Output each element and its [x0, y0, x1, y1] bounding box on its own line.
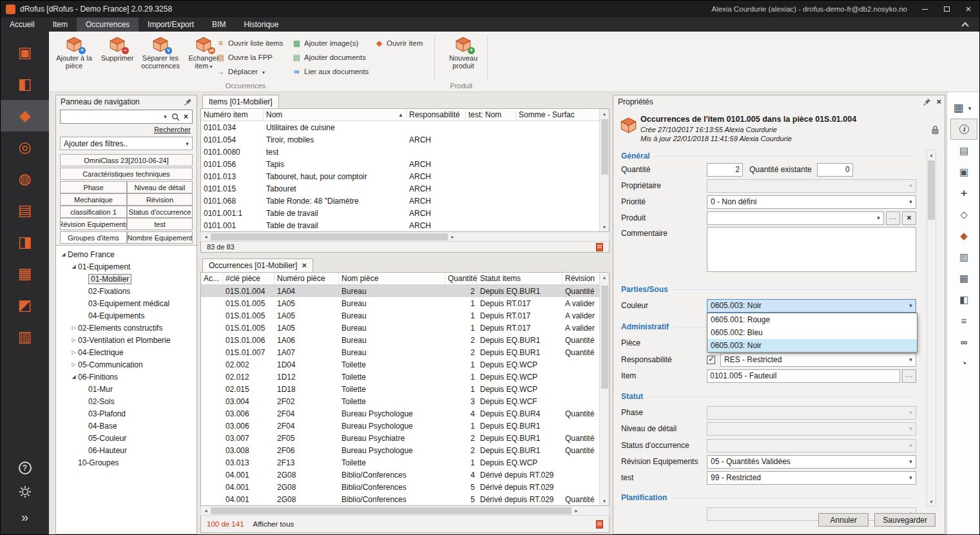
module-button[interactable]	[1, 131, 49, 163]
scroll-down-icon[interactable]	[600, 496, 609, 505]
column-header[interactable]: Quantité	[445, 273, 477, 284]
ribbon-small-button[interactable]: Ajouter documents	[293, 52, 369, 63]
filter-button[interactable]: Niveau de détail	[127, 181, 193, 193]
filter-button[interactable]: OmniClass 23[2010-06-24]	[60, 154, 193, 166]
couleur-combo[interactable]: 0605.003: Noir	[707, 299, 916, 313]
table-row[interactable]: 01S.01.005 1A05 Bureau 1 Depuis RT.017 A…	[201, 297, 609, 309]
filter-button[interactable]: classification 1	[60, 206, 127, 218]
search-options-caret-icon[interactable]	[160, 113, 170, 120]
ribbon-small-button[interactable]: Ouvre la FPP	[216, 52, 283, 63]
tree-item[interactable]: 04-Base	[56, 420, 197, 432]
responsabilite-combo[interactable]: RES - Restricted	[720, 353, 916, 367]
table-row[interactable]: 01S.01.006 1A06 Bureau 2 Depuis EQ.BUR1 …	[201, 334, 609, 346]
filter-button[interactable]: Révision	[127, 193, 193, 206]
scroll-down-icon[interactable]	[927, 497, 936, 506]
phase-combo[interactable]	[707, 406, 916, 420]
column-header[interactable]: Nom pièce	[339, 273, 445, 284]
column-header[interactable]: Responsabilité	[407, 109, 466, 121]
table-row[interactable]: 02.012 1D12 Toilette 1 Depuis EQ.WCP	[201, 371, 609, 383]
scrollbar-thumb[interactable]	[211, 507, 572, 514]
vertical-scrollbar[interactable]	[927, 150, 936, 507]
ribbon-large-button[interactable]: Séparer les occurrences	[140, 34, 180, 71]
horizontal-scrollbar[interactable]	[200, 232, 610, 242]
owner-combo[interactable]	[707, 179, 916, 193]
table-row[interactable]: 0101.001 Table de travail ARCH	[201, 219, 609, 231]
module-button[interactable]	[1, 37, 49, 68]
filter-button[interactable]: Révision Equipements	[60, 218, 127, 230]
column-header[interactable]: Numéro item	[201, 109, 264, 121]
rechercher-link[interactable]: Rechercher	[154, 126, 191, 133]
help-button[interactable]	[1, 456, 49, 480]
tool-button[interactable]	[950, 268, 977, 289]
tree-expander-icon[interactable]	[70, 350, 78, 355]
close-tab-icon[interactable]	[302, 261, 307, 270]
tool-button[interactable]	[950, 246, 977, 268]
tool-button[interactable]	[950, 140, 977, 161]
menu-tab[interactable]: Occurrences	[77, 17, 139, 32]
table-row[interactable]: 01S.01.005 1A05 Bureau 1 Depuis RT.017 A…	[201, 309, 609, 322]
tree-item[interactable]: 03-Ventilation et Plomberie	[56, 334, 197, 346]
table-row[interactable]: 03.006 2F04 Bureau Psychologue 1 Depuis …	[201, 420, 609, 432]
tree-item[interactable]: 02-Fixations	[56, 285, 197, 297]
scrollbar-thumb[interactable]	[928, 160, 935, 220]
ribbon-small-button[interactable]: Ajouter image(s)	[293, 37, 369, 48]
tree-expander-icon[interactable]	[70, 326, 78, 331]
table-row[interactable]: 02.002 1D04 Toilette 1 Depuis EQ.WCP	[201, 358, 609, 371]
product-clear-button[interactable]	[902, 211, 916, 225]
table-row[interactable]: 04.001 2G08 Biblio/Conferences 4 Dérivé …	[201, 469, 609, 481]
ribbon-small-button[interactable]: Ouvrir liste items	[216, 37, 283, 48]
cancel-button[interactable]: Annuler	[818, 513, 869, 527]
table-row[interactable]: 0101.068 Table Ronde: 48 "Diamètre ARCH	[201, 195, 609, 207]
tree-expander-icon[interactable]	[59, 252, 68, 257]
scroll-right-icon[interactable]	[448, 232, 457, 241]
ribbon-small-button[interactable]: Déplacer	[216, 66, 283, 77]
tool-button[interactable]	[950, 204, 977, 225]
item-field[interactable]: 0101.005 - Fauteuil	[707, 369, 900, 383]
scroll-up-icon[interactable]	[600, 109, 609, 118]
close-button[interactable]	[957, 1, 979, 17]
revision-combo[interactable]: 05 - Quantités Validées	[707, 455, 916, 469]
priority-combo[interactable]: 0 - Non défini	[707, 195, 916, 209]
menu-tab[interactable]: Item	[44, 17, 77, 32]
table-row[interactable]: 01S.01.005 1A05 Bureau 1 Depuis RT.017 A…	[201, 322, 609, 334]
module-button[interactable]	[1, 258, 49, 289]
filter-button[interactable]: Status d'occurrence	[127, 206, 193, 218]
dropdown-option[interactable]: 0605.003: Noir	[707, 339, 917, 352]
layout-tool-button[interactable]	[950, 97, 977, 119]
dropdown-option[interactable]: 0605.001: Rouge	[707, 313, 917, 326]
tree-item[interactable]: 05-Couleur	[56, 432, 197, 444]
table-row[interactable]: 02.015 1D18 Toilette 1 Depuis EQ.WCP	[201, 383, 609, 395]
ribbon-large-button[interactable]: Ajouter à la pièce	[54, 34, 94, 71]
tree-item[interactable]: 04-Electrique	[56, 346, 197, 358]
filter-button[interactable]: Phase	[60, 181, 127, 193]
product-browse-button[interactable]	[886, 211, 900, 225]
minimize-button[interactable]	[914, 1, 936, 17]
scrollbar-thumb[interactable]	[601, 119, 608, 175]
tree-item[interactable]: 01-Mur	[56, 383, 197, 395]
tree-item[interactable]: 05-Communication	[56, 358, 197, 371]
tool-button[interactable]	[950, 182, 977, 204]
collapse-ribbon-button[interactable]	[951, 17, 979, 32]
show-all-link[interactable]: Afficher tous	[253, 520, 294, 528]
expand-sidebar-button[interactable]	[1, 505, 49, 529]
tree-item[interactable]: 06-Hauteur	[56, 444, 197, 456]
menu-tab[interactable]: Import/Export	[139, 17, 203, 32]
table-row[interactable]: 04.001 2G08 Biblio/Conferences 5 Dérivé …	[201, 481, 609, 493]
table-row[interactable]: 0101.015 Tabouret ARCH	[201, 182, 609, 195]
product-combo[interactable]	[707, 211, 884, 225]
test-combo[interactable]: 99 - Restricted	[707, 471, 916, 485]
column-header[interactable]: Nom	[264, 109, 407, 121]
horizontal-scrollbar[interactable]	[200, 506, 610, 516]
nav-tab[interactable]: Groupes d'items	[60, 231, 127, 244]
menu-tab[interactable]: BIM	[203, 17, 235, 32]
table-row[interactable]: 03.013 2F13 Toilette 1 Depuis EQ.WCP	[201, 456, 609, 469]
table-row[interactable]: 0101.056 Tapis ARCH	[201, 158, 609, 170]
nav-tab[interactable]: Nombre Equipement	[127, 231, 193, 244]
table-row[interactable]: 0101.054 Tiroir, mobiles ARCH	[201, 133, 609, 146]
table-row[interactable]: 01S.01.004 1A04 Bureau 2 Depuis EQ.BUR1 …	[201, 285, 609, 297]
tab-items[interactable]: Items [01-Mobilier]	[202, 95, 279, 108]
quantity-input[interactable]: 2	[707, 163, 743, 177]
module-button[interactable]	[1, 163, 49, 195]
scroll-right-icon[interactable]	[572, 506, 581, 515]
ribbon-large-button[interactable]: Supprimer	[97, 34, 137, 71]
